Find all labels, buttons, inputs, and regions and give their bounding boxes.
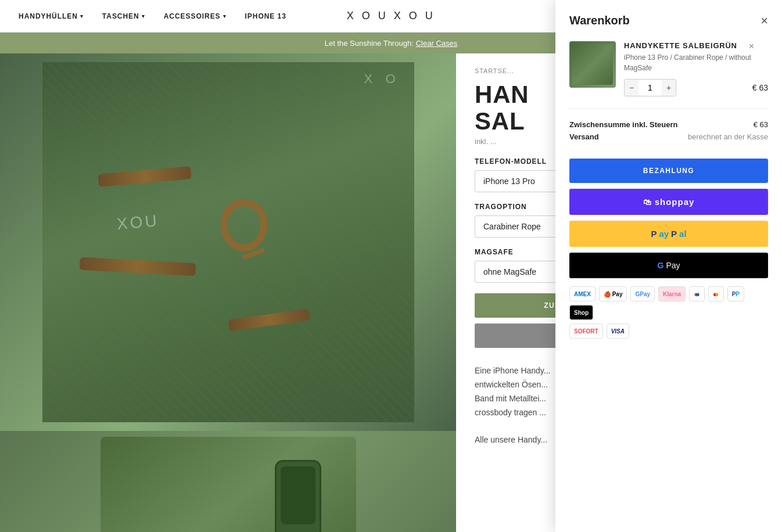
shoppay-button[interactable]: 🛍 shoppay	[569, 189, 768, 215]
nav-item-taschen[interactable]: TASCHEN ▾	[102, 12, 145, 20]
watermark-logo: X O	[364, 71, 400, 87]
subtotal-row: Zwischensumme inkl. Steuern € 63	[569, 120, 768, 129]
thumb-phone-screen	[281, 466, 315, 524]
nav-item-handyhullen[interactable]: HANDYHÜLLEN ▾	[19, 12, 84, 20]
paypal-button[interactable]: P ay P al	[569, 221, 768, 247]
quantity-box: − +	[624, 79, 676, 96]
cart-sidebar: Warenkorb × HANDYKETTE SALBEIGRÜN iPhone…	[555, 0, 782, 532]
carabiner-body	[221, 199, 267, 251]
payment-icons-row2: SOFORT VISA	[569, 323, 768, 339]
payment-icon-amex: AMEX	[569, 286, 596, 301]
cart-item-image-inner	[572, 44, 613, 85]
gpay-button[interactable]: G Pay	[569, 253, 768, 278]
banner-link[interactable]: Clear Cases	[416, 39, 458, 48]
chevron-down-icon: ▾	[80, 13, 84, 19]
paypal-pal-text2: al	[679, 229, 687, 239]
cart-item-image	[569, 41, 616, 88]
banner-text: Let the Sunshine Through:	[325, 39, 414, 48]
product-thumb-image	[0, 431, 456, 532]
shoppay-label: shoppay	[655, 197, 695, 207]
payment-icon-sofort: SOFORT	[569, 323, 603, 339]
cart-item-variant: iPhone 13 Pro / Carabiner Rope / without…	[624, 52, 768, 73]
paypal-ay-icon: ay	[659, 229, 669, 239]
nav-left: HANDYHÜLLEN ▾ TASCHEN ▾ ACCESSOIRES ▾ IP…	[19, 12, 286, 20]
shipping-label: Versand	[569, 132, 599, 141]
cart-buttons: BEZAHLUNG 🛍 shoppay P ay P al G Pay	[569, 159, 768, 278]
cart-item-details: HANDYKETTE SALBEIGRÜN iPhone 13 Pro / Ca…	[624, 41, 768, 96]
subtotal-value: € 63	[754, 120, 768, 129]
thumb-visual	[101, 437, 356, 532]
remove-item-button[interactable]: ×	[749, 41, 754, 52]
payment-icon-gpay: GPay	[630, 286, 655, 301]
chevron-down-icon: ▾	[142, 13, 145, 19]
carabiner	[221, 199, 273, 263]
payment-icons: AMEX 🍎 Pay GPay Klarna ●● ●● PP Shop SOF…	[569, 286, 768, 339]
paypal-pal-text: P	[671, 229, 677, 239]
rope-logo: XOU	[116, 211, 159, 233]
subtotal-label: Zwischensumme inkl. Steuern	[569, 120, 677, 129]
product-images: XOU X O	[0, 53, 456, 532]
product-visual: XOU X O	[42, 62, 414, 422]
site-logo[interactable]: X O U X O U	[347, 10, 436, 22]
cart-item: HANDYKETTE SALBEIGRÜN iPhone 13 Pro / Ca…	[569, 41, 768, 109]
gpay-pay-text: Pay	[666, 261, 680, 270]
cart-item-price: € 63	[752, 83, 768, 92]
product-main-image: XOU X O	[0, 53, 456, 431]
quantity-input[interactable]	[638, 81, 662, 95]
payment-icon-maestro: ●●	[689, 286, 705, 301]
chevron-down-icon: ▾	[223, 13, 227, 19]
cart-subtotal: Zwischensumme inkl. Steuern € 63 Versand…	[569, 120, 768, 145]
shipping-value: berechnet an der Kasse	[688, 132, 768, 141]
thumb-phone	[275, 460, 321, 532]
cart-header: Warenkorb ×	[569, 14, 768, 27]
nav-item-accessoires[interactable]: ACCESSOIRES ▾	[164, 12, 227, 20]
shoppay-bag-icon: 🛍	[643, 197, 651, 207]
payment-icon-applepay: 🍎 Pay	[599, 286, 627, 301]
carabiner-gate	[242, 247, 265, 260]
payment-icon-visa: VISA	[607, 323, 629, 339]
payment-icon-klarna: Klarna	[658, 286, 686, 301]
nav-item-iphone13[interactable]: IPHONE 13	[245, 12, 286, 20]
qty-increase-button[interactable]: +	[662, 80, 676, 96]
cart-item-bottom: − + € 63	[624, 79, 768, 96]
shipping-row: Versand berechnet an der Kasse	[569, 132, 768, 141]
payment-icon-shoppay: Shop	[569, 305, 593, 320]
qty-decrease-button[interactable]: −	[625, 80, 638, 96]
payment-icon-mastercard: ●●	[708, 286, 724, 301]
checkout-button[interactable]: BEZAHLUNG	[569, 159, 768, 183]
paypal-p-icon: P	[651, 229, 657, 239]
cart-close-button[interactable]: ×	[761, 15, 768, 27]
gpay-g-icon: G	[657, 261, 663, 270]
payment-icon-paypal: PP	[727, 286, 744, 301]
cart-item-name: HANDYKETTE SALBEIGRÜN	[624, 41, 768, 50]
cart-title: Warenkorb	[569, 14, 630, 27]
